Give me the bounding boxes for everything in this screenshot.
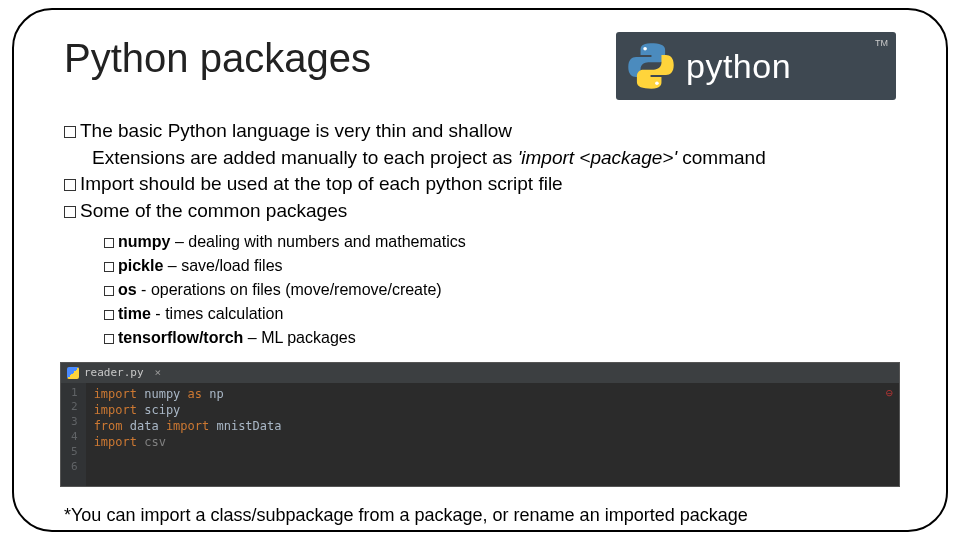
bullet-1-text: The basic Python language is very thin a… bbox=[80, 120, 512, 141]
package-item: os - operations on files (move/remove/cr… bbox=[104, 278, 896, 301]
line-number: 1 bbox=[71, 386, 78, 401]
line-gutter: 1 2 3 4 5 6 bbox=[61, 383, 86, 486]
bullet-3-text: Some of the common packages bbox=[80, 200, 347, 221]
kw-import: import bbox=[94, 403, 145, 417]
package-bullets: numpy – dealing with numbers and mathema… bbox=[64, 230, 896, 350]
code-line bbox=[94, 466, 891, 482]
bullet-box-icon bbox=[104, 238, 114, 248]
code-editor: reader.py × 1 2 3 4 5 6 ⊖ import numpy a… bbox=[60, 362, 900, 487]
editor-tab-name: reader.py bbox=[84, 366, 144, 379]
package-sep: - bbox=[151, 305, 165, 322]
package-name: tensorflow/torch bbox=[118, 329, 243, 346]
kw-import: import bbox=[166, 419, 217, 433]
bullet-2-text: Import should be used at the top of each… bbox=[80, 173, 563, 194]
line-number: 2 bbox=[71, 400, 78, 415]
package-desc: times calculation bbox=[165, 305, 283, 322]
package-item: tensorflow/torch – ML packages bbox=[104, 326, 896, 349]
line-number: 6 bbox=[71, 460, 78, 475]
code-ident: scipy bbox=[144, 403, 180, 417]
bullet-box-icon bbox=[64, 126, 76, 138]
line-number: 3 bbox=[71, 415, 78, 430]
bullet-box-icon bbox=[104, 286, 114, 296]
package-sep: – bbox=[163, 257, 181, 274]
bullet-box-icon bbox=[104, 262, 114, 272]
editor-tab: reader.py × bbox=[61, 363, 899, 383]
bullet-1: The basic Python language is very thin a… bbox=[64, 118, 896, 144]
bullet-2: Import should be used at the top of each… bbox=[64, 171, 896, 197]
package-item: time - times calculation bbox=[104, 302, 896, 325]
code-ident: csv bbox=[144, 435, 166, 449]
package-name: time bbox=[118, 305, 151, 322]
python-logo-text: python bbox=[686, 47, 791, 86]
bullet-1-sub-text-b: command bbox=[677, 147, 766, 168]
package-desc: operations on files (move/remove/create) bbox=[151, 281, 442, 298]
code-ident: mnistData bbox=[216, 419, 281, 433]
code-line: import scipy bbox=[94, 402, 891, 418]
bullet-1-sub: Extensions are added manually to each pr… bbox=[64, 145, 896, 171]
code-line: import csv bbox=[94, 434, 891, 450]
code-ident: numpy bbox=[144, 387, 187, 401]
code-line: from data import mnistData bbox=[94, 418, 891, 434]
bullet-1-sub-text-ital: 'import <package>' bbox=[518, 147, 677, 168]
title-row: Python packages python TM bbox=[64, 32, 896, 100]
main-bullets: The basic Python language is very thin a… bbox=[64, 118, 896, 350]
code-body: ⊖ import numpy as np import scipy from d… bbox=[86, 383, 899, 486]
package-sep: - bbox=[137, 281, 151, 298]
package-desc: dealing with numbers and mathematics bbox=[188, 233, 465, 250]
package-desc: save/load files bbox=[181, 257, 282, 274]
footnote: *You can import a class/subpackage from … bbox=[64, 505, 896, 526]
kw-from: from bbox=[94, 419, 130, 433]
code-line: import numpy as np bbox=[94, 386, 891, 402]
code-ident: np bbox=[209, 387, 223, 401]
package-desc: ML packages bbox=[261, 329, 356, 346]
package-item: numpy – dealing with numbers and mathema… bbox=[104, 230, 896, 253]
slide-title: Python packages bbox=[64, 36, 371, 81]
code-lines: 1 2 3 4 5 6 ⊖ import numpy as np import … bbox=[61, 383, 899, 486]
close-icon: × bbox=[155, 366, 162, 379]
line-number: 4 bbox=[71, 430, 78, 445]
error-marker-icon: ⊖ bbox=[886, 385, 893, 401]
kw-as: as bbox=[188, 387, 210, 401]
python-logo: python TM bbox=[616, 32, 896, 100]
python-file-icon bbox=[67, 367, 79, 379]
bullet-1-sub-text-a: Extensions are added manually to each pr… bbox=[92, 147, 518, 168]
package-sep: – bbox=[170, 233, 188, 250]
package-name: pickle bbox=[118, 257, 163, 274]
package-name: numpy bbox=[118, 233, 170, 250]
kw-import: import bbox=[94, 435, 145, 449]
python-logo-tm: TM bbox=[875, 38, 888, 48]
kw-import: import bbox=[94, 387, 145, 401]
bullet-box-icon bbox=[104, 334, 114, 344]
python-snakes-icon bbox=[626, 41, 676, 91]
slide-frame: Python packages python TM The basic Pyth… bbox=[12, 8, 948, 532]
bullet-box-icon bbox=[64, 206, 76, 218]
bullet-box-icon bbox=[104, 310, 114, 320]
svg-point-0 bbox=[643, 47, 647, 51]
svg-point-1 bbox=[655, 81, 659, 85]
package-name: os bbox=[118, 281, 137, 298]
bullet-3: Some of the common packages bbox=[64, 198, 896, 224]
package-sep: – bbox=[243, 329, 261, 346]
package-item: pickle – save/load files bbox=[104, 254, 896, 277]
bullet-box-icon bbox=[64, 179, 76, 191]
line-number: 5 bbox=[71, 445, 78, 460]
code-line bbox=[94, 450, 891, 466]
code-ident: data bbox=[130, 419, 166, 433]
